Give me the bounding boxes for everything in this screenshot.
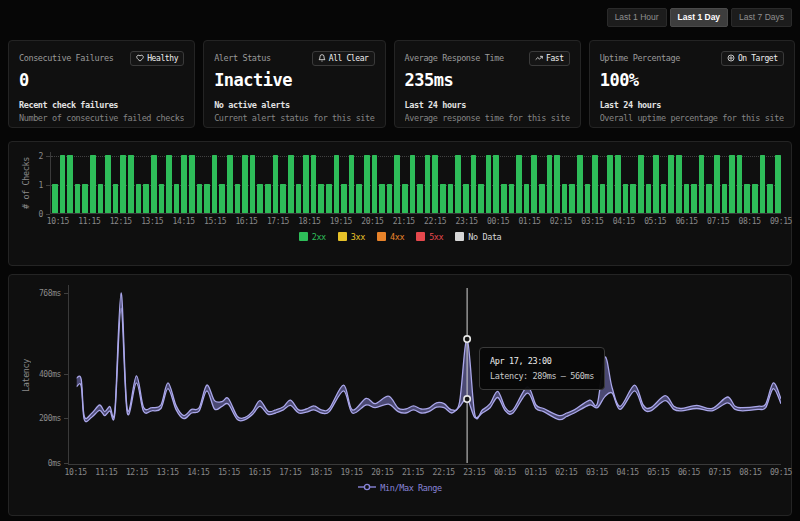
check-bar[interactable] [364,155,370,213]
check-bar[interactable] [120,155,126,213]
legend-item[interactable]: 2xx [299,232,326,242]
check-bar[interactable] [646,184,652,213]
check-bar[interactable] [676,155,682,213]
check-bar[interactable] [410,155,416,213]
check-bar[interactable] [425,155,431,213]
check-bar[interactable] [516,155,522,213]
check-bar[interactable] [402,184,408,213]
check-bar[interactable] [296,184,302,213]
check-bar[interactable] [775,155,781,213]
check-bar[interactable] [387,184,393,213]
check-bar[interactable] [349,155,355,213]
check-bar[interactable] [219,184,225,213]
check-bar[interactable] [82,184,88,213]
time-range-button-last-1-hour[interactable]: Last 1 Hour [607,8,667,27]
check-bar[interactable] [174,184,180,213]
check-bar[interactable] [440,184,446,213]
check-bar[interactable] [326,184,332,213]
check-bar[interactable] [318,184,324,213]
check-bar[interactable] [341,184,347,213]
check-bar[interactable] [722,184,728,213]
check-bar[interactable] [379,184,385,213]
check-bar[interactable] [257,184,263,213]
check-bar[interactable] [562,184,568,213]
check-bar[interactable] [67,155,73,213]
check-bar[interactable] [531,155,537,213]
check-bar[interactable] [273,155,279,213]
check-bar[interactable] [737,155,743,213]
check-bar[interactable] [303,155,309,213]
check-bar[interactable] [372,155,378,213]
check-bar[interactable] [729,155,735,213]
check-bar[interactable] [668,155,674,213]
check-bar[interactable] [250,155,256,213]
latency-legend-item[interactable]: Min/Max Range [358,483,441,493]
check-bar[interactable] [684,184,690,213]
check-bar[interactable] [638,155,644,213]
check-bar[interactable] [394,155,400,213]
check-bar[interactable] [60,155,66,213]
time-range-button-last-7-days[interactable]: Last 7 Days [731,8,792,27]
check-bar[interactable] [143,184,149,213]
check-bar[interactable] [653,155,659,213]
check-bar[interactable] [760,155,766,213]
check-bar[interactable] [417,184,423,213]
check-bar[interactable] [212,155,218,213]
checks-plot-area[interactable] [50,152,781,214]
check-bar[interactable] [151,155,157,213]
check-bar[interactable] [136,184,142,213]
check-bar[interactable] [181,155,187,213]
check-bar[interactable] [159,184,165,213]
check-bar[interactable] [524,184,530,213]
check-bar[interactable] [699,155,705,213]
check-bar[interactable] [623,184,629,213]
check-bar[interactable] [691,184,697,213]
check-bar[interactable] [265,184,271,213]
check-bar[interactable] [90,155,96,213]
check-bar[interactable] [455,155,461,213]
check-bar[interactable] [204,184,210,213]
check-bar[interactable] [75,184,81,213]
check-bar[interactable] [52,184,58,213]
check-bar[interactable] [432,155,438,213]
check-bar[interactable] [714,155,720,213]
check-bar[interactable] [235,184,241,213]
check-bar[interactable] [227,155,233,213]
check-bar[interactable] [448,184,454,213]
legend-item[interactable]: 3xx [338,232,365,242]
check-bar[interactable] [478,184,484,213]
check-bar[interactable] [166,155,172,213]
check-bar[interactable] [98,184,104,213]
check-bar[interactable] [105,155,111,213]
check-bar[interactable] [615,155,621,213]
check-bar[interactable] [600,184,606,213]
check-bar[interactable] [744,184,750,213]
check-bar[interactable] [706,184,712,213]
check-bar[interactable] [630,184,636,213]
legend-item[interactable]: No Data [455,232,501,242]
check-bar[interactable] [767,184,773,213]
check-bar[interactable] [334,155,340,213]
latency-plot-area[interactable]: Apr 17, 23:00 Latency: 289ms – 560ms [68,285,781,465]
check-bar[interactable] [356,184,362,213]
check-bar[interactable] [242,155,248,213]
check-bar[interactable] [501,184,507,213]
check-bar[interactable] [463,184,469,213]
check-bar[interactable] [592,155,598,213]
check-bar[interactable] [471,155,477,213]
time-range-button-last-1-day[interactable]: Last 1 Day [670,8,729,27]
check-bar[interactable] [311,155,317,213]
check-bar[interactable] [569,184,575,213]
check-bar[interactable] [554,155,560,213]
check-bar[interactable] [288,155,294,213]
check-bar[interactable] [607,155,613,213]
check-bar[interactable] [189,155,195,213]
check-bar[interactable] [585,184,591,213]
check-bar[interactable] [113,184,119,213]
check-bar[interactable] [547,155,553,213]
check-bar[interactable] [539,184,545,213]
legend-item[interactable]: 4xx [377,232,404,242]
check-bar[interactable] [493,155,499,213]
check-bar[interactable] [128,155,134,213]
check-bar[interactable] [509,184,515,213]
